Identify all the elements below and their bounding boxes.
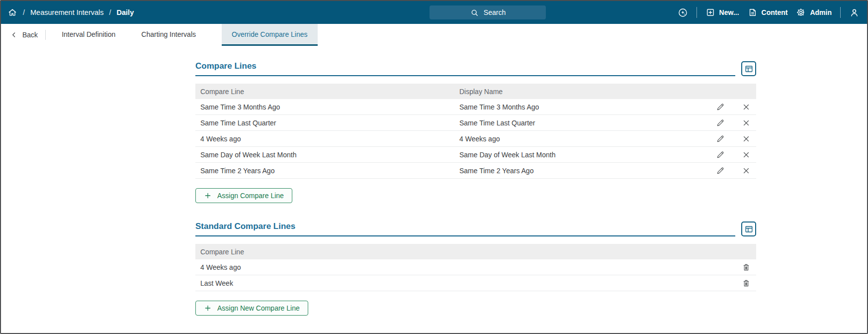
- table-row: 4 Weeks ago: [195, 259, 756, 275]
- table-row: Same Day of Week Last Month Same Day of …: [195, 147, 756, 163]
- edit-row-button[interactable]: [715, 166, 725, 176]
- remove-row-button[interactable]: [741, 102, 751, 112]
- new-button-label: New...: [719, 8, 739, 16]
- pencil-icon: [716, 134, 725, 143]
- edit-row-button[interactable]: [715, 134, 725, 144]
- display-name-cell: Same Time 3 Months Ago: [454, 103, 701, 111]
- plus-square-icon: [705, 7, 715, 17]
- delete-row-button[interactable]: [741, 262, 751, 272]
- pencil-icon: [716, 150, 725, 159]
- standard-compare-lines-title: Standard Compare Lines: [195, 222, 295, 231]
- table-row: Last Week: [195, 275, 756, 291]
- search-label: Search: [484, 8, 506, 16]
- new-button[interactable]: New...: [705, 7, 739, 17]
- standard-compare-lines-section: Standard Compare Lines Compare Line 4 We: [195, 222, 756, 316]
- table-grid-icon: [744, 224, 754, 234]
- content-button[interactable]: Content: [748, 7, 788, 17]
- sparkle-button[interactable]: [678, 7, 688, 18]
- admin-button-label: Admin: [810, 8, 832, 16]
- compare-line-cell: Same Time 2 Years Ago: [195, 167, 454, 175]
- compare-lines-table-header: Compare Line Display Name: [195, 84, 756, 99]
- content-button-label: Content: [762, 8, 788, 16]
- app-window: / Measurement Intervals / Daily Search: [0, 0, 868, 334]
- compare-line-cell: Same Time Last Quarter: [195, 119, 454, 127]
- compare-line-cell: Same Time 3 Months Ago: [195, 103, 454, 111]
- main-content: Compare Lines Compare Line Display Name: [195, 46, 756, 316]
- topbar-divider: [840, 7, 841, 18]
- compare-line-cell: Same Day of Week Last Month: [195, 151, 454, 159]
- tab-interval-definition[interactable]: Interval Definition: [52, 24, 125, 46]
- edit-row-button[interactable]: [715, 150, 725, 160]
- tab-override-compare-lines[interactable]: Override Compare Lines: [222, 24, 318, 46]
- breadcrumb-separator: /: [109, 8, 111, 16]
- tab-divider: [45, 30, 46, 40]
- tab-charting-intervals[interactable]: Charting Intervals: [131, 24, 206, 46]
- back-button[interactable]: Back: [8, 24, 45, 46]
- pencil-icon: [716, 118, 725, 127]
- delete-row-button[interactable]: [741, 278, 751, 288]
- compare-lines-table-settings-button[interactable]: [741, 61, 756, 76]
- table-grid-icon: [744, 64, 754, 74]
- display-name-cell: Same Time Last Quarter: [454, 119, 701, 127]
- admin-button[interactable]: Admin: [796, 7, 832, 17]
- standard-compare-lines-table-header: Compare Line: [195, 244, 756, 259]
- close-x-icon: [742, 134, 751, 143]
- tab-bar: Back Interval Definition Charting Interv…: [1, 24, 867, 46]
- column-header-display-name: Display Name: [454, 88, 701, 96]
- compare-line-cell: 4 Weeks ago: [195, 263, 701, 271]
- search-input[interactable]: Search: [430, 5, 546, 19]
- compare-lines-section: Compare Lines Compare Line Display Name: [195, 61, 756, 203]
- standard-compare-lines-table: Compare Line 4 Weeks ago Last Week: [195, 244, 756, 291]
- plus-icon: [204, 304, 212, 312]
- compare-lines-table: Compare Line Display Name Same Time 3 Mo…: [195, 84, 756, 179]
- close-x-icon: [742, 166, 751, 175]
- assign-compare-line-button-label: Assign Compare Line: [217, 192, 284, 200]
- close-x-icon: [742, 118, 751, 127]
- table-row: Same Time 3 Months Ago Same Time 3 Month…: [195, 99, 756, 115]
- breadcrumb-item-daily: Daily: [117, 8, 134, 16]
- sparkle-icon: [678, 7, 688, 18]
- topbar-divider: [696, 7, 697, 18]
- search-icon: [470, 8, 479, 17]
- compare-lines-table-body: Same Time 3 Months Ago Same Time 3 Month…: [195, 99, 756, 179]
- topbar-actions: New... Content Admin: [678, 7, 867, 18]
- assign-new-compare-line-button-label: Assign New Compare Line: [217, 304, 300, 312]
- assign-compare-line-button[interactable]: Assign Compare Line: [195, 188, 292, 203]
- column-header-compare-line: Compare Line: [195, 88, 454, 96]
- display-name-cell: 4 Weeks ago: [454, 135, 701, 143]
- top-nav-bar: / Measurement Intervals / Daily Search: [1, 1, 867, 24]
- standard-compare-lines-table-settings-button[interactable]: [741, 222, 756, 236]
- trash-icon: [742, 279, 751, 288]
- breadcrumb-separator: /: [23, 8, 25, 16]
- assign-new-compare-line-button[interactable]: Assign New Compare Line: [195, 301, 308, 316]
- table-row: Same Time 2 Years Ago Same Time 2 Years …: [195, 163, 756, 179]
- gear-icon: [796, 7, 806, 17]
- table-row: Same Time Last Quarter Same Time Last Qu…: [195, 115, 756, 131]
- breadcrumb-item-measurement-intervals[interactable]: Measurement Intervals: [30, 8, 103, 16]
- plus-icon: [204, 192, 212, 200]
- person-icon: [849, 7, 860, 18]
- standard-compare-lines-table-body: 4 Weeks ago Last Week: [195, 259, 756, 291]
- column-header-compare-line: Compare Line: [195, 248, 701, 256]
- standard-compare-lines-section-header: Standard Compare Lines: [195, 222, 756, 236]
- remove-row-button[interactable]: [741, 166, 751, 176]
- trash-icon: [742, 263, 751, 272]
- compare-lines-section-header: Compare Lines: [195, 61, 756, 76]
- remove-row-button[interactable]: [741, 118, 751, 128]
- document-icon: [748, 7, 758, 17]
- table-row: 4 Weeks ago 4 Weeks ago: [195, 131, 756, 147]
- edit-row-button[interactable]: [715, 118, 725, 128]
- user-account-button[interactable]: [849, 7, 860, 18]
- compare-line-cell: 4 Weeks ago: [195, 135, 454, 143]
- remove-row-button[interactable]: [741, 150, 751, 160]
- close-x-icon: [742, 103, 751, 111]
- pencil-icon: [716, 103, 725, 111]
- edit-row-button[interactable]: [715, 102, 725, 112]
- breadcrumb: / Measurement Intervals / Daily: [1, 7, 134, 17]
- pencil-icon: [716, 166, 725, 175]
- compare-lines-title: Compare Lines: [195, 61, 257, 71]
- home-icon[interactable]: [7, 7, 17, 17]
- display-name-cell: Same Time 2 Years Ago: [454, 167, 701, 175]
- remove-row-button[interactable]: [741, 134, 751, 144]
- back-button-label: Back: [22, 31, 38, 39]
